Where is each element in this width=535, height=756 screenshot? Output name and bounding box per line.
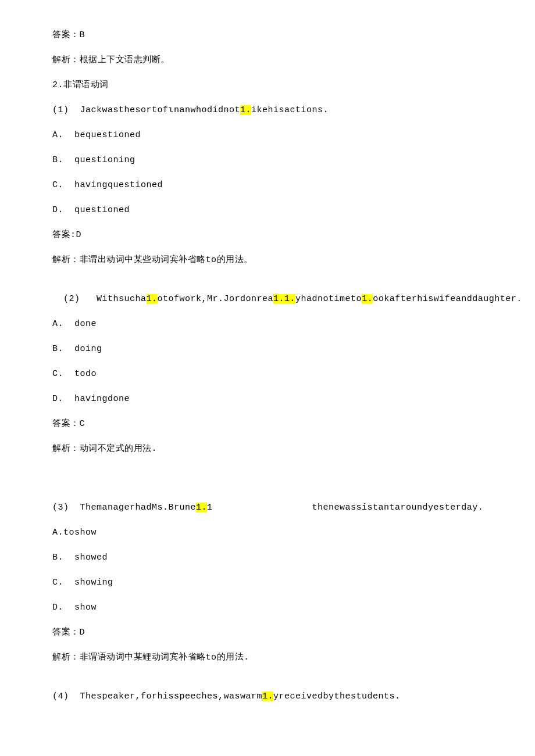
option-a: A. bequestioned xyxy=(52,129,483,141)
q2-pre: (2) Withsucha xyxy=(52,294,147,304)
highlight-icon: 1.1. xyxy=(273,294,295,304)
question-2: (2) Withsucha1.otofwork,Mr.Jordonrea1.1.… xyxy=(52,293,483,305)
question-1: (1) Jackwasthesortofιnanwhodidnot1.ikehi… xyxy=(52,104,483,116)
q4-post: yreceivedbythestudents. xyxy=(273,691,401,701)
question-3: (3) ThemanagerhadMs.Brune1.1 thenewassis… xyxy=(52,501,483,514)
highlight-icon: 1. xyxy=(196,503,207,513)
explanation-prev: 解析：根据上下文语恚判断。 xyxy=(52,54,483,66)
option-a: A.toshow xyxy=(52,526,483,539)
highlight-icon: 1. xyxy=(262,691,273,701)
explanation-3: 解析：非谓语动词中某鲤动词宾补省略to的用法. xyxy=(52,651,483,664)
option-b: B. showed xyxy=(52,551,483,564)
section-heading: 2.非谓语动词 xyxy=(52,79,483,91)
q2-post: ookafterhiswifeanddaughter. xyxy=(373,294,522,304)
question-4: (4) Thespeaker,forhisspeeches,waswarm1.y… xyxy=(52,690,483,703)
q2-mid2: yhadnotimeto xyxy=(295,294,362,304)
answer-3: 答案：D xyxy=(52,626,483,639)
highlight-icon: 1. xyxy=(240,105,251,115)
option-a: A. done xyxy=(52,318,483,330)
option-c: C. showing xyxy=(52,576,483,589)
spacer xyxy=(52,279,483,293)
spacer xyxy=(52,676,483,690)
answer-1: 答案:D xyxy=(52,229,483,241)
option-c: C. havingquestioned xyxy=(52,179,483,191)
option-d: D. havingdone xyxy=(52,393,483,405)
q4-pre: (4) Thespeaker,forhisspeeches,waswarm xyxy=(52,691,262,701)
answer-2: 答案：C xyxy=(52,418,483,430)
q3-mid: 1 thenewassistantaroundyesterday. xyxy=(207,503,483,513)
option-d: D. show xyxy=(52,601,483,614)
option-d: D. questioned xyxy=(52,204,483,216)
highlight-icon: 1. xyxy=(362,294,373,304)
explanation-2: 解析：动词不定式的用法. xyxy=(52,443,483,455)
explanation-1: 解析：非谓出动词中某些动词宾补省略to的用法。 xyxy=(52,254,483,266)
q3-pre: (3) ThemanagerhadMs.Brune xyxy=(52,503,196,513)
option-b: B. questioning xyxy=(52,154,483,166)
option-b: B. doing xyxy=(52,343,483,355)
q1-pre: (1) Jackwasthesortofιnanwhodidnot xyxy=(52,105,240,115)
answer-prev: 答案：B xyxy=(52,29,483,41)
spacer xyxy=(52,468,483,501)
option-c: C. todo xyxy=(52,368,483,380)
q1-post: ikehisactions. xyxy=(251,105,329,115)
q2-mid1: otofwork,Mr.Jordonrea xyxy=(158,294,274,304)
highlight-icon: 1. xyxy=(147,294,158,304)
